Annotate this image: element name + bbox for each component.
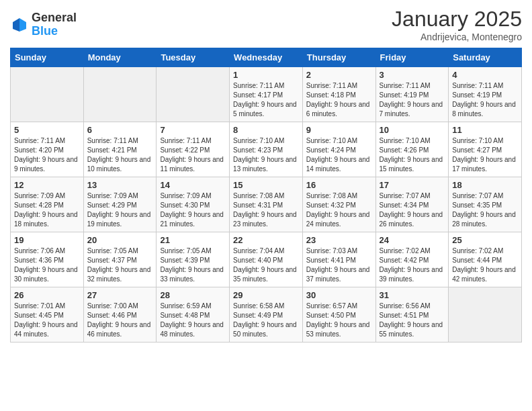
day-info: Sunrise: 7:11 AM Sunset: 4:20 PM Dayligh… [14,136,80,174]
day-info: Sunrise: 7:10 AM Sunset: 4:23 PM Dayligh… [233,136,299,174]
day-cell: 14Sunrise: 7:09 AM Sunset: 4:30 PM Dayli… [157,177,230,232]
day-cell: 15Sunrise: 7:08 AM Sunset: 4:31 PM Dayli… [230,177,303,232]
day-number: 26 [14,290,80,300]
header-cell-tuesday: Tuesday [157,48,230,67]
day-cell: 22Sunrise: 7:04 AM Sunset: 4:40 PM Dayli… [230,232,303,287]
day-info: Sunrise: 7:11 AM Sunset: 4:19 PM Dayligh… [380,81,445,119]
week-row-2: 5Sunrise: 7:11 AM Sunset: 4:20 PM Daylig… [11,122,522,177]
day-info: Sunrise: 6:56 AM Sunset: 4:51 PM Dayligh… [380,302,445,339]
day-info: Sunrise: 7:05 AM Sunset: 4:39 PM Dayligh… [160,246,226,284]
week-row-3: 12Sunrise: 7:09 AM Sunset: 4:28 PM Dayli… [11,177,522,232]
day-info: Sunrise: 7:02 AM Sunset: 4:42 PM Dayligh… [380,246,445,284]
day-cell: 26Sunrise: 7:01 AM Sunset: 4:45 PM Dayli… [11,287,84,342]
week-row-4: 19Sunrise: 7:06 AM Sunset: 4:36 PM Dayli… [11,232,522,287]
day-cell: 30Sunrise: 6:57 AM Sunset: 4:50 PM Dayli… [302,287,375,342]
day-number: 19 [14,235,80,245]
day-cell [83,67,157,122]
header-cell-monday: Monday [83,48,157,67]
day-number: 17 [380,180,445,190]
day-info: Sunrise: 7:00 AM Sunset: 4:46 PM Dayligh… [87,302,153,339]
logo-general-text: General [32,11,77,25]
day-info: Sunrise: 7:11 AM Sunset: 4:19 PM Dayligh… [452,81,518,119]
day-number: 8 [233,125,299,135]
day-info: Sunrise: 7:11 AM Sunset: 4:18 PM Dayligh… [306,81,372,119]
day-info: Sunrise: 7:05 AM Sunset: 4:37 PM Dayligh… [87,246,153,284]
day-info: Sunrise: 6:58 AM Sunset: 4:49 PM Dayligh… [233,302,299,339]
day-number: 30 [306,290,372,300]
day-number: 7 [160,125,226,135]
day-cell: 20Sunrise: 7:05 AM Sunset: 4:37 PM Dayli… [83,232,157,287]
day-cell: 29Sunrise: 6:58 AM Sunset: 4:49 PM Dayli… [230,287,303,342]
page-header: General Blue January 2025 Andrijevica, M… [10,7,522,42]
day-number: 11 [452,125,518,135]
header-cell-saturday: Saturday [449,48,522,67]
day-info: Sunrise: 7:08 AM Sunset: 4:31 PM Dayligh… [233,191,299,229]
day-cell: 31Sunrise: 6:56 AM Sunset: 4:51 PM Dayli… [375,287,449,342]
day-number: 12 [14,180,80,190]
day-info: Sunrise: 7:07 AM Sunset: 4:34 PM Dayligh… [380,191,445,229]
calendar-subtitle: Andrijevica, Montenegro [392,32,522,42]
day-info: Sunrise: 7:03 AM Sunset: 4:41 PM Dayligh… [306,246,372,284]
calendar-header: SundayMondayTuesdayWednesdayThursdayFrid… [11,48,522,67]
day-cell: 19Sunrise: 7:06 AM Sunset: 4:36 PM Dayli… [11,232,84,287]
day-info: Sunrise: 7:11 AM Sunset: 4:21 PM Dayligh… [87,136,153,174]
day-info: Sunrise: 7:08 AM Sunset: 4:32 PM Dayligh… [306,191,372,229]
day-info: Sunrise: 7:04 AM Sunset: 4:40 PM Dayligh… [233,246,299,284]
day-cell: 4Sunrise: 7:11 AM Sunset: 4:19 PM Daylig… [449,67,522,122]
day-cell: 27Sunrise: 7:00 AM Sunset: 4:46 PM Dayli… [83,287,157,342]
day-number: 3 [380,70,445,80]
day-number: 23 [306,235,372,245]
day-cell: 8Sunrise: 7:10 AM Sunset: 4:23 PM Daylig… [230,122,303,177]
day-number: 27 [87,290,153,300]
day-info: Sunrise: 7:01 AM Sunset: 4:45 PM Dayligh… [14,302,80,339]
day-number: 5 [14,125,80,135]
day-cell: 7Sunrise: 7:11 AM Sunset: 4:22 PM Daylig… [157,122,230,177]
logo-icon [10,15,29,34]
header-row: SundayMondayTuesdayWednesdayThursdayFrid… [11,48,522,67]
day-info: Sunrise: 7:02 AM Sunset: 4:44 PM Dayligh… [452,246,518,284]
day-cell: 3Sunrise: 7:11 AM Sunset: 4:19 PM Daylig… [375,67,449,122]
day-cell: 1Sunrise: 7:11 AM Sunset: 4:17 PM Daylig… [230,67,303,122]
day-cell [449,287,522,342]
day-cell: 10Sunrise: 7:10 AM Sunset: 4:26 PM Dayli… [375,122,449,177]
logo: General Blue [10,11,77,38]
day-cell: 2Sunrise: 7:11 AM Sunset: 4:18 PM Daylig… [302,67,375,122]
day-cell: 9Sunrise: 7:10 AM Sunset: 4:24 PM Daylig… [302,122,375,177]
day-info: Sunrise: 7:09 AM Sunset: 4:29 PM Dayligh… [87,191,153,229]
day-cell: 21Sunrise: 7:05 AM Sunset: 4:39 PM Dayli… [157,232,230,287]
day-cell: 5Sunrise: 7:11 AM Sunset: 4:20 PM Daylig… [11,122,84,177]
day-number: 1 [233,70,299,80]
day-number: 31 [380,290,445,300]
day-info: Sunrise: 7:09 AM Sunset: 4:30 PM Dayligh… [160,191,226,229]
day-info: Sunrise: 7:10 AM Sunset: 4:27 PM Dayligh… [452,136,518,174]
title-block: January 2025 Andrijevica, Montenegro [392,7,522,42]
header-cell-sunday: Sunday [11,48,84,67]
day-number: 25 [452,235,518,245]
header-cell-thursday: Thursday [302,48,375,67]
day-number: 29 [233,290,299,300]
header-cell-friday: Friday [375,48,449,67]
calendar-title: January 2025 [392,7,522,32]
day-cell: 18Sunrise: 7:07 AM Sunset: 4:35 PM Dayli… [449,177,522,232]
day-number: 24 [380,235,445,245]
day-number: 6 [87,125,153,135]
day-number: 16 [306,180,372,190]
day-number: 9 [306,125,372,135]
day-number: 10 [380,125,445,135]
day-number: 4 [452,70,518,80]
day-number: 15 [233,180,299,190]
day-cell [11,67,84,122]
day-info: Sunrise: 7:11 AM Sunset: 4:22 PM Dayligh… [160,136,226,174]
day-cell: 24Sunrise: 7:02 AM Sunset: 4:42 PM Dayli… [375,232,449,287]
day-number: 13 [87,180,153,190]
day-cell: 13Sunrise: 7:09 AM Sunset: 4:29 PM Dayli… [83,177,157,232]
day-number: 2 [306,70,372,80]
day-number: 20 [87,235,153,245]
day-number: 22 [233,235,299,245]
day-info: Sunrise: 7:06 AM Sunset: 4:36 PM Dayligh… [14,246,80,284]
day-cell: 17Sunrise: 7:07 AM Sunset: 4:34 PM Dayli… [375,177,449,232]
day-cell: 12Sunrise: 7:09 AM Sunset: 4:28 PM Dayli… [11,177,84,232]
logo-blue-text: Blue [32,25,77,38]
day-cell: 6Sunrise: 7:11 AM Sunset: 4:21 PM Daylig… [83,122,157,177]
day-number: 21 [160,235,226,245]
